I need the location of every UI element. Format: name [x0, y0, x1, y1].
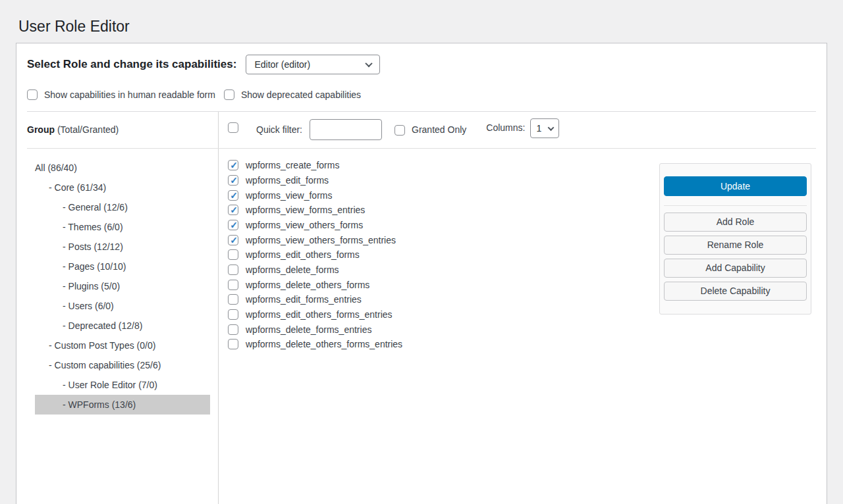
capability-checkbox[interactable] [228, 294, 238, 305]
columns-label: Columns: [486, 122, 525, 133]
columns-select[interactable]: 1 [530, 118, 559, 138]
capability-checkbox[interactable] [228, 265, 238, 275]
capability-row: wpforms_delete_others_forms [228, 277, 659, 292]
deprecated-label: Show deprecated capabilities [241, 89, 361, 100]
chevron-down-icon [548, 124, 555, 131]
rename-role-button[interactable]: Rename Role [664, 236, 807, 255]
group-tree-item[interactable]: - General (12/6) [35, 197, 210, 217]
deprecated-checkbox[interactable] [224, 89, 234, 100]
group-header: Group (Total/Granted) [16, 112, 219, 148]
capability-checkbox[interactable] [228, 249, 238, 260]
capability-label: wpforms_delete_others_forms [246, 280, 369, 290]
chevron-down-icon [366, 60, 373, 67]
user-role-editor-panel: Select Role and change its capabilities:… [16, 43, 827, 504]
capability-row: wpforms_delete_others_forms_entries [228, 337, 659, 352]
capability-checkbox[interactable] [228, 190, 238, 201]
capability-row: wpforms_edit_forms_entries [228, 292, 659, 307]
add-role-button[interactable]: Add Role [664, 213, 807, 232]
role-select-value: Editor (editor) [254, 59, 310, 70]
capability-label: wpforms_view_forms_entries [246, 205, 365, 215]
filter-bar: Quick filter: Granted Only Columns: 1 [219, 112, 827, 148]
capability-checkbox[interactable] [228, 280, 238, 290]
capability-label: wpforms_view_forms [246, 190, 332, 201]
group-tree-item[interactable]: - Posts (12/12) [35, 237, 210, 257]
role-selector-row: Select Role and change its capabilities:… [16, 43, 827, 74]
group-tree-item[interactable]: - Pages (10/10) [35, 257, 210, 276]
group-tree-item[interactable]: All (86/40) [35, 158, 210, 178]
capability-label: wpforms_view_others_forms_entries [246, 235, 396, 245]
capability-label: wpforms_delete_others_forms_entries [246, 339, 402, 349]
capability-row: wpforms_create_forms [228, 158, 659, 173]
capability-label: wpforms_edit_forms [246, 175, 329, 186]
capability-row: wpforms_edit_others_forms_entries [228, 307, 659, 322]
group-tree-item[interactable]: - Core (61/34) [35, 178, 210, 197]
capability-label: wpforms_delete_forms_entries [246, 324, 371, 335]
capability-label: wpforms_view_others_forms [246, 220, 363, 230]
capability-checkbox[interactable] [228, 205, 238, 215]
group-header-bold: Group [27, 124, 55, 135]
select-all-checkbox[interactable] [228, 122, 238, 133]
group-tree-item[interactable]: - Custom Post Types (0/0) [35, 336, 210, 355]
group-tree-item[interactable]: - User Role Editor (7/0) [35, 375, 210, 395]
actions-divider [664, 205, 807, 206]
group-tree-item[interactable]: - Deprecated (12/8) [35, 316, 210, 336]
groups-column: All (86/40)- Core (61/34)- General (12/6… [16, 149, 219, 504]
capability-row: wpforms_view_forms_entries [228, 203, 659, 218]
columns-select-value: 1 [536, 123, 541, 134]
human-readable-option: Show capabilities in human readable form [27, 89, 215, 100]
capability-row: wpforms_view_others_forms_entries [228, 232, 659, 247]
delete-capability-button[interactable]: Delete Capability [664, 282, 807, 301]
group-tree-item[interactable]: - Custom capabilities (25/6) [35, 355, 210, 375]
role-select[interactable]: Editor (editor) [246, 55, 380, 74]
human-readable-checkbox[interactable] [27, 89, 38, 100]
capability-row: wpforms_edit_forms [228, 173, 659, 188]
actions-panel: Update Add Role Rename Role Add Capabili… [659, 163, 811, 315]
capability-label: wpforms_edit_others_forms [246, 249, 360, 260]
capabilities-column: wpforms_create_formswpforms_edit_formswp… [219, 149, 827, 504]
display-options-row: Show capabilities in human readable form… [16, 74, 827, 102]
update-button[interactable]: Update [664, 176, 807, 196]
capabilities-list: wpforms_create_formswpforms_edit_formswp… [228, 158, 659, 352]
capability-checkbox[interactable] [228, 220, 238, 230]
capability-row: wpforms_view_others_forms [228, 218, 659, 233]
capability-label: wpforms_edit_others_forms_entries [246, 309, 393, 320]
capability-row: wpforms_view_forms [228, 188, 659, 203]
group-tree-item[interactable]: - Plugins (5/0) [35, 276, 210, 296]
content-area: All (86/40)- Core (61/34)- General (12/6… [16, 149, 827, 504]
capability-checkbox[interactable] [228, 235, 238, 245]
group-tree-item[interactable]: - Themes (6/0) [35, 217, 210, 237]
capability-label: wpforms_create_forms [246, 160, 339, 170]
group-tree-item[interactable]: - WPForms (13/6) [35, 395, 210, 415]
capability-checkbox[interactable] [228, 324, 238, 335]
role-selector-label: Select Role and change its capabilities: [27, 58, 236, 71]
capability-checkbox[interactable] [228, 309, 238, 320]
capability-checkbox[interactable] [228, 175, 238, 186]
capability-row: wpforms_edit_others_forms [228, 247, 659, 263]
capability-checkbox[interactable] [228, 339, 238, 349]
capability-row: wpforms_delete_forms [228, 263, 659, 278]
granted-only-checkbox[interactable] [394, 125, 405, 136]
quick-filter-label: Quick filter: [256, 124, 302, 135]
capability-checkbox[interactable] [228, 160, 238, 170]
granted-only-label: Granted Only [412, 124, 466, 135]
group-header-rest: (Total/Granted) [55, 124, 119, 135]
quick-filter-input[interactable] [310, 119, 382, 140]
capability-label: wpforms_delete_forms [246, 265, 339, 275]
page-title: User Role Editor [0, 0, 843, 37]
capability-label: wpforms_edit_forms_entries [246, 294, 362, 305]
groups-tree: All (86/40)- Core (61/34)- General (12/6… [35, 158, 210, 415]
human-readable-label: Show capabilities in human readable form [44, 89, 215, 100]
group-tree-item[interactable]: - Users (6/0) [35, 296, 210, 316]
columns-header: Group (Total/Granted) Quick filter: Gran… [16, 112, 827, 148]
add-capability-button[interactable]: Add Capability [664, 259, 807, 278]
deprecated-option: Show deprecated capabilities [224, 89, 361, 100]
capability-row: wpforms_delete_forms_entries [228, 322, 659, 337]
